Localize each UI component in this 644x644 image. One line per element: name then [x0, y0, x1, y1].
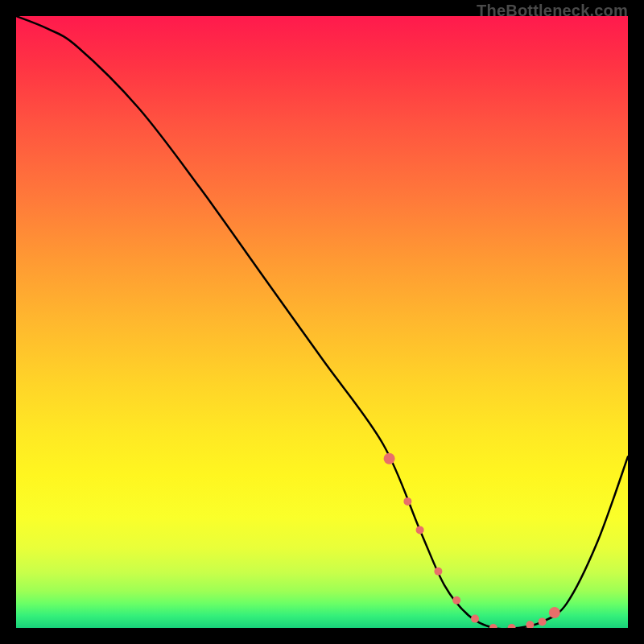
optimal-dot: [471, 615, 479, 623]
plot-area: [16, 16, 628, 628]
optimal-dot: [526, 621, 534, 628]
optimal-dot: [384, 453, 395, 464]
optimal-dot: [549, 607, 560, 618]
bottleneck-curve-svg: [16, 16, 628, 628]
optimal-range-dots: [384, 453, 560, 628]
optimal-dot: [539, 617, 547, 625]
optimal-dot: [508, 624, 516, 628]
optimal-dot: [416, 526, 424, 534]
optimal-dot: [434, 568, 442, 576]
optimal-dot: [403, 497, 411, 506]
bottleneck-curve: [16, 16, 628, 628]
chart-frame: TheBottleneck.com: [0, 0, 644, 644]
optimal-dot: [452, 597, 460, 605]
optimal-dot: [489, 624, 497, 628]
